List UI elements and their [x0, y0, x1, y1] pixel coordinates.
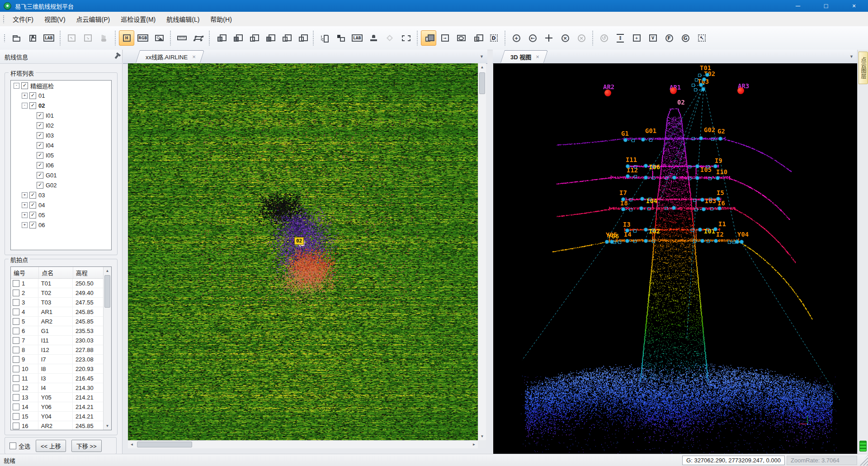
tower-marker-label[interactable]: 02 [294, 237, 304, 245]
tree-checkbox[interactable]: ✓ [37, 122, 43, 129]
visibility-button[interactable] [453, 30, 469, 46]
table-row[interactable]: 15Y04214.21 [11, 412, 111, 421]
clip-box-2-button[interactable] [229, 30, 245, 46]
save-lab-button[interactable]: LAB [41, 30, 57, 46]
scroll-down-icon[interactable]: ▼ [104, 422, 111, 430]
waypoint-dot[interactable] [716, 197, 720, 201]
tree-checkbox[interactable]: ✓ [29, 212, 36, 219]
pointcloud-layers-tab[interactable]: 点云图层 [859, 52, 868, 84]
waypoint-dot[interactable] [640, 197, 644, 201]
close-button[interactable]: × [840, 0, 868, 12]
save-button[interactable] [25, 30, 40, 46]
waypoint-dot[interactable] [702, 77, 706, 81]
menu-item-3[interactable]: 巡检设置(M) [115, 12, 161, 26]
column-header-1[interactable]: 点名 [39, 267, 73, 278]
row-checkbox[interactable] [13, 366, 19, 372]
tree-item-I03[interactable]: ✓I03 [11, 130, 111, 140]
area-measure-button[interactable] [190, 30, 206, 46]
select-area-button[interactable]: ↖ [694, 30, 709, 46]
clip-box-1-button[interactable] [213, 30, 228, 46]
tree-checkbox[interactable]: ✓ [37, 142, 43, 149]
waypoint-dot[interactable] [625, 228, 629, 233]
waypoint-dot[interactable] [717, 206, 722, 210]
tab-list-dropdown-icon[interactable]: ▼ [480, 54, 484, 59]
row-checkbox[interactable] [13, 328, 19, 334]
tree-expander-icon[interactable]: + [22, 93, 28, 99]
airline-map-canvas[interactable] [128, 63, 478, 440]
tree-expander-icon[interactable]: + [22, 202, 28, 208]
row-checkbox[interactable] [13, 385, 19, 391]
tree-checkbox[interactable]: ✓ [29, 102, 36, 109]
row-checkbox[interactable] [13, 299, 19, 306]
clip-box-5-button[interactable] [278, 30, 293, 46]
row-checkbox[interactable] [13, 404, 19, 410]
v-mode-button[interactable]: V [645, 30, 660, 46]
tree-item-I06[interactable]: ✓I06 [11, 160, 111, 170]
menu-item-4[interactable]: 航线编辑(L) [161, 12, 205, 26]
waypoint-dot[interactable] [626, 174, 630, 178]
waypoint-dot[interactable] [644, 164, 648, 168]
tree-checkbox[interactable]: ✓ [37, 162, 43, 169]
table-row[interactable]: 5AR2245.85 [11, 317, 111, 326]
tree-item-05[interactable]: +✓05 [11, 210, 111, 220]
view3d-canvas[interactable] [493, 63, 857, 454]
table-row[interactable]: 10I8220.93 [11, 364, 111, 374]
tree-checkbox[interactable]: ✓ [37, 182, 43, 189]
waypoint-dot[interactable] [695, 164, 699, 168]
map-vertical-scrollbar[interactable]: ▲ ▼ [478, 63, 486, 440]
waypoint-dot[interactable] [713, 227, 717, 231]
photo-points-table[interactable]: 编号点名高程1T01250.502T02249.403T03247.554AR1… [10, 266, 112, 430]
table-row[interactable]: 1T01250.50 [11, 279, 111, 288]
waypoint-dot[interactable] [740, 240, 744, 244]
waypoint-dot[interactable] [626, 164, 630, 168]
column-header-0[interactable]: 编号 [11, 267, 39, 278]
row-checkbox[interactable] [13, 337, 19, 344]
waypoint-dot[interactable] [718, 137, 722, 141]
tree-expander-icon[interactable]: + [22, 222, 28, 228]
waypoint-dot[interactable] [700, 198, 704, 202]
tree-expander-icon[interactable]: + [22, 212, 28, 218]
menu-item-1[interactable]: 视图(V) [39, 12, 71, 26]
waypoint-dot[interactable] [705, 73, 709, 77]
waypoint-dot[interactable] [623, 138, 627, 142]
scroll-left-icon[interactable]: ◄ [128, 441, 136, 448]
scroll-right-icon[interactable]: ► [470, 441, 478, 448]
maximize-button[interactable]: □ [812, 0, 840, 12]
move-up-button[interactable]: << 上移 [36, 440, 66, 452]
view-back-button[interactable]: ← [525, 30, 540, 46]
row-checkbox[interactable] [13, 394, 19, 401]
minimize-button[interactable]: ─ [784, 0, 812, 12]
waypoint-dot[interactable] [639, 206, 643, 210]
ruler-measure-button[interactable] [174, 30, 189, 46]
clip-box-3-button[interactable] [245, 30, 261, 46]
export-view-button[interactable]: → [437, 30, 453, 46]
tree-checkbox[interactable]: ✓ [29, 92, 36, 99]
clip-cube-button[interactable] [421, 30, 436, 46]
tree-checkbox[interactable]: ✓ [29, 202, 36, 209]
safety-sphere[interactable] [670, 87, 677, 94]
tab-close-icon[interactable]: × [536, 53, 539, 60]
tab-list-dropdown-icon[interactable]: ▼ [849, 54, 854, 59]
move-down-button[interactable]: 下移 >> [71, 440, 102, 452]
row-checkbox[interactable] [13, 423, 19, 429]
waypoint-dot[interactable] [716, 176, 720, 180]
table-row[interactable]: 12I4214.30 [11, 383, 111, 393]
tree-checkbox[interactable]: ✓ [29, 222, 36, 228]
table-row[interactable]: 6G1235.53 [11, 326, 111, 336]
layer-copy-button[interactable]: ◎ [470, 30, 485, 46]
tree-item-I05[interactable]: ✓I05 [11, 150, 111, 160]
waypoint-dot[interactable] [700, 239, 704, 243]
resize-grip-icon[interactable] [859, 455, 868, 466]
box-link-button[interactable] [333, 30, 349, 46]
waypoint-dot[interactable] [672, 206, 676, 210]
row-checkbox[interactable] [13, 347, 19, 353]
waypoint-dot[interactable] [625, 239, 629, 243]
tree-item-I02[interactable]: ✓I02 [11, 120, 111, 130]
tree-checkbox[interactable]: ✓ [37, 112, 43, 119]
tree-item-精细巡检[interactable]: -✓精细巡检 [11, 81, 111, 90]
row-checkbox[interactable] [13, 280, 19, 287]
image-render-button[interactable] [151, 30, 167, 46]
waypoint-dot[interactable] [605, 240, 609, 244]
tree-item-I04[interactable]: ✓I04 [11, 140, 111, 150]
clip-box-4-button[interactable] [262, 30, 277, 46]
